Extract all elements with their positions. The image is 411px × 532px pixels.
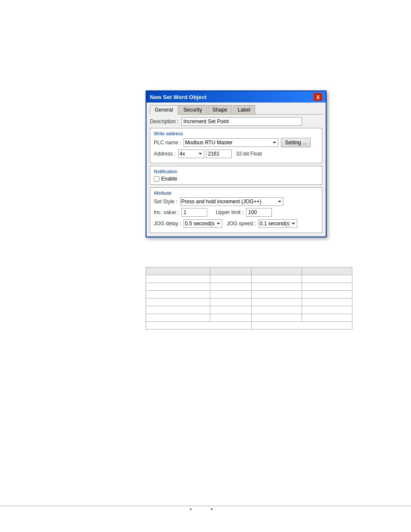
table-row bbox=[146, 306, 352, 314]
inc-value-input[interactable] bbox=[181, 208, 207, 217]
jog-speed-label: JOG speed : bbox=[227, 221, 255, 227]
dialog-window: New Set Word Object X General Security S… bbox=[146, 90, 327, 237]
tab-label[interactable]: Label bbox=[233, 105, 255, 114]
address-inputs: 4x 32-bit Float bbox=[178, 149, 262, 158]
tab-security[interactable]: Security bbox=[179, 105, 207, 114]
set-style-row: Set Style : Press and hold increment (JO… bbox=[154, 197, 318, 206]
table-row bbox=[146, 322, 352, 330]
address-type-select[interactable]: 4x bbox=[178, 149, 204, 158]
upper-limit-label: Upper limit : bbox=[216, 209, 243, 215]
attribute-label: Attribute bbox=[154, 190, 318, 196]
description-input[interactable] bbox=[181, 117, 302, 126]
address-row: Address : 4x 32-bit Float bbox=[154, 149, 318, 158]
tab-bar: General Security Shape Label bbox=[150, 105, 322, 115]
table-row bbox=[146, 291, 352, 299]
plc-select[interactable]: Modbus RTU Master bbox=[184, 138, 278, 147]
description-label: Description : bbox=[150, 118, 179, 124]
setting-button[interactable]: Setting ... bbox=[281, 138, 311, 147]
set-style-select[interactable]: Press and hold increment (JOG++) bbox=[180, 197, 283, 206]
inc-value-label: Inc. value : bbox=[154, 209, 179, 215]
dialog-title: New Set Word Object bbox=[150, 94, 206, 100]
data-table bbox=[146, 267, 352, 330]
plc-name-row: PLC name : Modbus RTU Master Setting ... bbox=[154, 138, 318, 147]
close-button[interactable]: X bbox=[314, 93, 322, 101]
notification-label: Notification bbox=[154, 169, 318, 174]
address-label: Address : bbox=[154, 151, 176, 157]
table-row bbox=[146, 299, 352, 306]
jog-delay-label: JOG delay : bbox=[154, 221, 181, 227]
col-header-3 bbox=[251, 268, 302, 275]
table-row bbox=[146, 275, 352, 283]
plc-label: PLC name : bbox=[154, 140, 181, 146]
jog-speed-select[interactable]: 0.1 second(s) bbox=[258, 219, 297, 228]
tab-shape[interactable]: Shape bbox=[208, 105, 232, 114]
write-address-label: Write address bbox=[154, 131, 318, 136]
description-row: Description : bbox=[150, 117, 322, 126]
set-style-label: Set Style : bbox=[154, 199, 177, 205]
upper-limit-input[interactable] bbox=[246, 208, 272, 217]
col-header-2 bbox=[210, 268, 252, 275]
table-row bbox=[146, 283, 352, 291]
float-label: 32-bit Float bbox=[236, 151, 262, 157]
attribute-panel: Attribute Set Style : Press and hold inc… bbox=[150, 187, 322, 233]
enable-checkbox[interactable] bbox=[154, 176, 159, 182]
address-number-input[interactable] bbox=[206, 149, 232, 158]
col-header-4 bbox=[302, 268, 352, 275]
enable-label: Enable bbox=[161, 176, 177, 182]
write-address-panel: Write address PLC name : Modbus RTU Mast… bbox=[150, 128, 322, 163]
jog-row: JOG delay : 0.5 second(s) JOG speed : 0.… bbox=[154, 219, 318, 228]
table-row bbox=[146, 314, 352, 322]
notification-panel: Notification Enable bbox=[150, 166, 322, 185]
dialog-titlebar: New Set Word Object X bbox=[146, 91, 326, 103]
footer-dots: • • bbox=[0, 506, 411, 513]
inc-upper-row: Inc. value : Upper limit : bbox=[154, 208, 318, 217]
data-table-wrapper bbox=[146, 267, 352, 330]
jog-delay-select[interactable]: 0.5 second(s) bbox=[184, 219, 222, 228]
dialog-body: General Security Shape Label Description… bbox=[146, 103, 326, 236]
enable-checkbox-label[interactable]: Enable bbox=[154, 176, 318, 182]
col-header-1 bbox=[146, 268, 210, 275]
tab-general[interactable]: General bbox=[150, 105, 178, 115]
